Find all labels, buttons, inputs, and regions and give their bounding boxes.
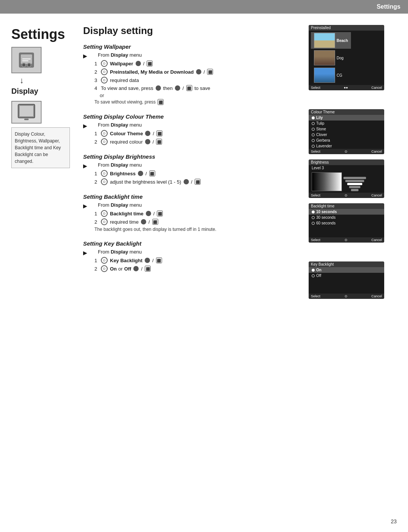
nav-icon: ⊙	[101, 170, 108, 177]
nav-icon: ⊙	[101, 77, 108, 84]
key-backlight-from-display-line: ▶ From Display menu	[83, 249, 295, 256]
nav-icon: ⊙	[101, 218, 108, 225]
brightness-steps: 1 ⊙ Brightness / ⬛ 2 ⊙ adjust the bright…	[94, 170, 295, 185]
wallpaper-step4: 4 To view and save, press then / ⬛ to sa…	[94, 85, 295, 91]
wallpaper-from-display-line: ▶ From Display menu	[83, 52, 295, 59]
radio-selected	[312, 269, 315, 272]
sidebar: Settings ↓ Display Display Colour, Brigh…	[11, 26, 76, 168]
key-backlight-screen: Key Backlight On Off Select ⊙ Cancel	[309, 261, 384, 299]
colour-step1: 1 ⊙ Colour Theme / ⬛	[94, 130, 295, 137]
confirm-btn	[146, 211, 151, 216]
confirm-btn	[156, 85, 161, 91]
nav-icon: ⊙	[101, 265, 108, 272]
wallpaper-screen: Preinstalled Beach Dog CG Select ●●	[309, 25, 384, 90]
radio-selected	[312, 210, 315, 213]
wallpaper-step2: 2 ⊙ Preinstalled, My Media or Download /…	[94, 68, 295, 75]
wallpaper-or: or	[100, 93, 295, 98]
section-brightness-title: Setting Display Brightness	[83, 153, 295, 160]
key-backlight-item-off: Off	[309, 273, 384, 278]
radio-unselected	[312, 216, 315, 219]
radio-unselected	[312, 122, 315, 125]
confirm-btn	[184, 179, 189, 184]
b-bar-2	[349, 186, 360, 188]
wallpaper-save-note: To save without viewing, press ⬛	[94, 99, 295, 105]
key-backlight-step1: 1 ⊙ Key Backlight / ⬛	[94, 257, 295, 264]
colour-steps: 1 ⊙ Colour Theme / ⬛ 2 ⊙ required colour…	[94, 130, 295, 145]
section-wallpaper: Setting Wallpaper ▶ From Display menu 1 …	[83, 43, 295, 105]
colour-from-display: From Display menu	[98, 122, 142, 128]
confirm-btn	[196, 69, 201, 74]
colour-theme-screen-footer: Select ⊙ Cancel	[309, 149, 384, 154]
key-icon: ⬛	[195, 179, 201, 185]
backlight-from-display: From Display menu	[98, 202, 142, 208]
key-icon: ⬛	[157, 210, 163, 217]
wallpaper-screen-title: Preinstalled	[309, 25, 384, 31]
key-icon: ⬛	[158, 99, 164, 105]
backlight-step1: 1 ⊙ Backlight time / ⬛	[94, 210, 295, 217]
colour-item-clover: Clover	[309, 132, 384, 138]
key-icon: ⬛	[147, 60, 153, 66]
confirm-btn	[145, 258, 150, 263]
dog-thumb	[314, 50, 335, 65]
b-bar-3	[347, 183, 362, 185]
nav-icon: ⊙	[101, 178, 108, 185]
b-bar-5	[343, 177, 366, 179]
confirm-btn	[141, 219, 146, 224]
backlight-step2: 2 ⊙ required time / ⬛	[94, 218, 295, 225]
confirm-btn	[138, 171, 143, 176]
section-backlight-title: Setting Backlight time	[83, 193, 295, 200]
svg-rect-7	[20, 106, 33, 116]
svg-rect-8	[24, 119, 29, 120]
brightness-preview	[312, 172, 342, 191]
section-key-backlight: Setting Key Backlight ▶ From Display men…	[83, 240, 295, 272]
confirm-btn	[175, 85, 180, 91]
nav-icon: ⊙	[101, 130, 108, 137]
svg-point-2	[22, 63, 26, 67]
colour-from-display-line: ▶ From Display menu	[83, 122, 295, 129]
sidebar-arrow: ↓	[20, 76, 76, 85]
backlight-note: The backlight goes out, then display is …	[94, 227, 295, 232]
wallpaper-steps: 1 ⊙ Wallpaper / ⬛ 2 ⊙ Preinstalled, My M…	[94, 60, 295, 91]
radio-unselected	[312, 139, 315, 142]
radio-unselected	[312, 274, 315, 277]
backlight-item-30: 30 seconds	[309, 215, 384, 220]
b-bar-1	[351, 189, 359, 191]
wallpaper-step1: 1 ⊙ Wallpaper / ⬛	[94, 60, 295, 67]
header-title: Settings	[377, 3, 400, 10]
backlight-screen-title: Backlight time	[309, 203, 384, 209]
backlight-screen: Backlight time 10 seconds 30 seconds 60 …	[309, 203, 384, 243]
nav-icon: ⊙	[101, 138, 108, 145]
brightness-screen-title: Brightness	[309, 159, 384, 165]
key-backlight-from-display: From Display menu	[98, 249, 142, 255]
nav-icon: ⊙	[101, 257, 108, 264]
wallpaper-item-dog: Dog	[311, 49, 351, 66]
radio-selected	[312, 116, 315, 119]
brightness-from-display: From Display menu	[98, 162, 142, 168]
beach-thumb	[314, 33, 335, 48]
confirm-btn	[145, 131, 150, 136]
sidebar-icon-display	[11, 101, 42, 124]
content-area: Display setting Setting Wallpaper ▶ From…	[83, 25, 295, 280]
confirm-btn	[136, 61, 141, 66]
backlight-from-display-line: ▶ From Display menu	[83, 202, 295, 209]
wallpaper-item-beach: Beach	[311, 32, 351, 49]
brightness-from-display-line: ▶ From Display menu	[83, 162, 295, 169]
sidebar-description: Display Colour, Brightness, Wallpaper, B…	[11, 127, 70, 168]
brightness-slider	[343, 177, 366, 191]
arrow-icon: ▶	[83, 203, 87, 209]
key-icon: ⬛	[145, 266, 151, 272]
brightness-screen: Brightness Level 3 Select ⊙ Cancel	[309, 159, 384, 198]
backlight-item-10: 10 seconds	[309, 209, 384, 215]
colour-item-gerbera: Gerbera	[309, 138, 384, 143]
nav-icon: ⊙	[101, 60, 108, 67]
brightness-bar-area	[309, 171, 384, 193]
b-bar-4	[345, 180, 364, 182]
key-icon: ⬛	[156, 130, 162, 136]
sidebar-main-title: Settings	[11, 26, 76, 42]
backlight-item-60: 60 seconds	[309, 220, 384, 226]
svg-point-3	[27, 63, 31, 67]
key-icon: ⬛	[156, 257, 162, 263]
key-backlight-screen-footer: Select ⊙ Cancel	[309, 294, 384, 299]
colour-item-stone: Stone	[309, 126, 384, 132]
arrow-icon: ▶	[83, 123, 87, 129]
